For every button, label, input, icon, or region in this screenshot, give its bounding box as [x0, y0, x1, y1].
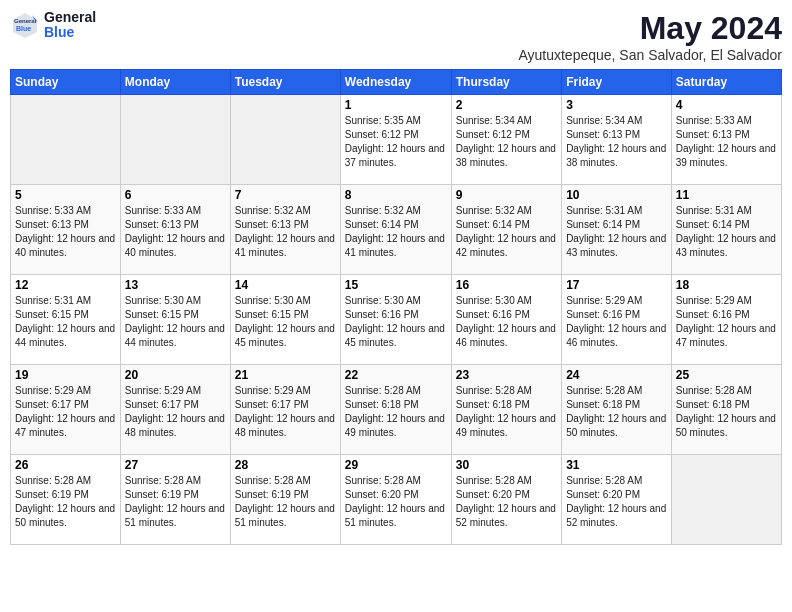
day-number: 3 — [566, 98, 667, 112]
day-number: 9 — [456, 188, 557, 202]
weekday-header-monday: Monday — [120, 70, 230, 95]
day-cell: 4Sunrise: 5:33 AM Sunset: 6:13 PM Daylig… — [671, 95, 781, 185]
week-row-2: 5Sunrise: 5:33 AM Sunset: 6:13 PM Daylig… — [11, 185, 782, 275]
day-number: 21 — [235, 368, 336, 382]
day-number: 5 — [15, 188, 116, 202]
day-cell: 8Sunrise: 5:32 AM Sunset: 6:14 PM Daylig… — [340, 185, 451, 275]
svg-text:Blue: Blue — [16, 25, 31, 32]
day-info: Sunrise: 5:35 AM Sunset: 6:12 PM Dayligh… — [345, 114, 447, 170]
day-number: 2 — [456, 98, 557, 112]
day-number: 17 — [566, 278, 667, 292]
month-year: May 2024 — [518, 10, 782, 47]
weekday-header-saturday: Saturday — [671, 70, 781, 95]
day-cell: 11Sunrise: 5:31 AM Sunset: 6:14 PM Dayli… — [671, 185, 781, 275]
day-number: 31 — [566, 458, 667, 472]
logo-text: General Blue — [44, 10, 96, 41]
day-cell: 27Sunrise: 5:28 AM Sunset: 6:19 PM Dayli… — [120, 455, 230, 545]
day-info: Sunrise: 5:30 AM Sunset: 6:15 PM Dayligh… — [125, 294, 226, 350]
day-cell: 15Sunrise: 5:30 AM Sunset: 6:16 PM Dayli… — [340, 275, 451, 365]
day-cell: 12Sunrise: 5:31 AM Sunset: 6:15 PM Dayli… — [11, 275, 121, 365]
logo-general: General — [44, 10, 96, 25]
day-number: 10 — [566, 188, 667, 202]
day-number: 30 — [456, 458, 557, 472]
day-number: 19 — [15, 368, 116, 382]
day-info: Sunrise: 5:28 AM Sunset: 6:18 PM Dayligh… — [456, 384, 557, 440]
day-info: Sunrise: 5:28 AM Sunset: 6:18 PM Dayligh… — [345, 384, 447, 440]
day-info: Sunrise: 5:28 AM Sunset: 6:18 PM Dayligh… — [566, 384, 667, 440]
day-number: 7 — [235, 188, 336, 202]
day-number: 16 — [456, 278, 557, 292]
day-cell: 24Sunrise: 5:28 AM Sunset: 6:18 PM Dayli… — [562, 365, 672, 455]
location: Ayutuxtepeque, San Salvador, El Salvador — [518, 47, 782, 63]
day-cell: 6Sunrise: 5:33 AM Sunset: 6:13 PM Daylig… — [120, 185, 230, 275]
logo-blue: Blue — [44, 25, 96, 40]
day-cell: 3Sunrise: 5:34 AM Sunset: 6:13 PM Daylig… — [562, 95, 672, 185]
day-info: Sunrise: 5:33 AM Sunset: 6:13 PM Dayligh… — [15, 204, 116, 260]
day-cell: 29Sunrise: 5:28 AM Sunset: 6:20 PM Dayli… — [340, 455, 451, 545]
day-info: Sunrise: 5:31 AM Sunset: 6:15 PM Dayligh… — [15, 294, 116, 350]
day-cell: 20Sunrise: 5:29 AM Sunset: 6:17 PM Dayli… — [120, 365, 230, 455]
day-cell: 9Sunrise: 5:32 AM Sunset: 6:14 PM Daylig… — [451, 185, 561, 275]
day-number: 25 — [676, 368, 777, 382]
day-cell: 26Sunrise: 5:28 AM Sunset: 6:19 PM Dayli… — [11, 455, 121, 545]
week-row-4: 19Sunrise: 5:29 AM Sunset: 6:17 PM Dayli… — [11, 365, 782, 455]
day-cell: 7Sunrise: 5:32 AM Sunset: 6:13 PM Daylig… — [230, 185, 340, 275]
day-cell: 18Sunrise: 5:29 AM Sunset: 6:16 PM Dayli… — [671, 275, 781, 365]
day-cell: 25Sunrise: 5:28 AM Sunset: 6:18 PM Dayli… — [671, 365, 781, 455]
day-info: Sunrise: 5:32 AM Sunset: 6:14 PM Dayligh… — [456, 204, 557, 260]
day-cell: 2Sunrise: 5:34 AM Sunset: 6:12 PM Daylig… — [451, 95, 561, 185]
day-info: Sunrise: 5:29 AM Sunset: 6:17 PM Dayligh… — [15, 384, 116, 440]
day-cell: 10Sunrise: 5:31 AM Sunset: 6:14 PM Dayli… — [562, 185, 672, 275]
day-info: Sunrise: 5:29 AM Sunset: 6:16 PM Dayligh… — [566, 294, 667, 350]
day-number: 23 — [456, 368, 557, 382]
day-info: Sunrise: 5:28 AM Sunset: 6:19 PM Dayligh… — [235, 474, 336, 530]
svg-text:General: General — [14, 18, 37, 24]
day-info: Sunrise: 5:29 AM Sunset: 6:17 PM Dayligh… — [125, 384, 226, 440]
day-number: 20 — [125, 368, 226, 382]
day-info: Sunrise: 5:32 AM Sunset: 6:13 PM Dayligh… — [235, 204, 336, 260]
day-cell: 13Sunrise: 5:30 AM Sunset: 6:15 PM Dayli… — [120, 275, 230, 365]
day-cell: 19Sunrise: 5:29 AM Sunset: 6:17 PM Dayli… — [11, 365, 121, 455]
day-number: 26 — [15, 458, 116, 472]
day-number: 27 — [125, 458, 226, 472]
day-number: 8 — [345, 188, 447, 202]
day-cell — [120, 95, 230, 185]
day-number: 18 — [676, 278, 777, 292]
day-info: Sunrise: 5:31 AM Sunset: 6:14 PM Dayligh… — [676, 204, 777, 260]
week-row-1: 1Sunrise: 5:35 AM Sunset: 6:12 PM Daylig… — [11, 95, 782, 185]
logo: General Blue General Blue — [10, 10, 96, 41]
day-info: Sunrise: 5:28 AM Sunset: 6:20 PM Dayligh… — [345, 474, 447, 530]
day-info: Sunrise: 5:33 AM Sunset: 6:13 PM Dayligh… — [125, 204, 226, 260]
day-number: 29 — [345, 458, 447, 472]
day-cell: 1Sunrise: 5:35 AM Sunset: 6:12 PM Daylig… — [340, 95, 451, 185]
weekday-header-friday: Friday — [562, 70, 672, 95]
day-cell: 14Sunrise: 5:30 AM Sunset: 6:15 PM Dayli… — [230, 275, 340, 365]
day-info: Sunrise: 5:28 AM Sunset: 6:19 PM Dayligh… — [125, 474, 226, 530]
day-cell: 28Sunrise: 5:28 AM Sunset: 6:19 PM Dayli… — [230, 455, 340, 545]
day-cell: 31Sunrise: 5:28 AM Sunset: 6:20 PM Dayli… — [562, 455, 672, 545]
day-cell: 21Sunrise: 5:29 AM Sunset: 6:17 PM Dayli… — [230, 365, 340, 455]
day-info: Sunrise: 5:33 AM Sunset: 6:13 PM Dayligh… — [676, 114, 777, 170]
logo-icon: General Blue — [10, 10, 40, 40]
day-number: 12 — [15, 278, 116, 292]
calendar-table: SundayMondayTuesdayWednesdayThursdayFrid… — [10, 69, 782, 545]
weekday-header-sunday: Sunday — [11, 70, 121, 95]
day-info: Sunrise: 5:34 AM Sunset: 6:13 PM Dayligh… — [566, 114, 667, 170]
week-row-5: 26Sunrise: 5:28 AM Sunset: 6:19 PM Dayli… — [11, 455, 782, 545]
page-header: General Blue General Blue May 2024 Ayutu… — [10, 10, 782, 63]
day-number: 28 — [235, 458, 336, 472]
day-number: 22 — [345, 368, 447, 382]
day-number: 6 — [125, 188, 226, 202]
day-info: Sunrise: 5:29 AM Sunset: 6:16 PM Dayligh… — [676, 294, 777, 350]
day-cell — [230, 95, 340, 185]
day-number: 14 — [235, 278, 336, 292]
weekday-header-thursday: Thursday — [451, 70, 561, 95]
day-info: Sunrise: 5:29 AM Sunset: 6:17 PM Dayligh… — [235, 384, 336, 440]
day-info: Sunrise: 5:30 AM Sunset: 6:16 PM Dayligh… — [456, 294, 557, 350]
day-cell: 30Sunrise: 5:28 AM Sunset: 6:20 PM Dayli… — [451, 455, 561, 545]
day-info: Sunrise: 5:28 AM Sunset: 6:19 PM Dayligh… — [15, 474, 116, 530]
day-cell: 22Sunrise: 5:28 AM Sunset: 6:18 PM Dayli… — [340, 365, 451, 455]
day-cell — [11, 95, 121, 185]
weekday-header-tuesday: Tuesday — [230, 70, 340, 95]
week-row-3: 12Sunrise: 5:31 AM Sunset: 6:15 PM Dayli… — [11, 275, 782, 365]
